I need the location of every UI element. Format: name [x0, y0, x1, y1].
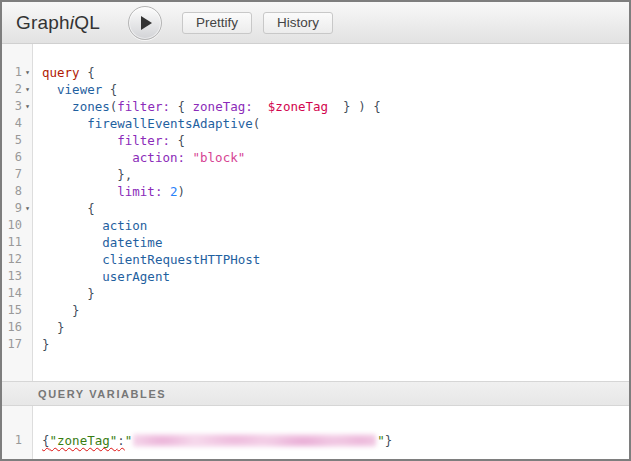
line-number: 13: [2, 268, 22, 285]
query-variables-title-bar[interactable]: Query Variables: [2, 381, 629, 406]
code-text: datetime: [33, 234, 162, 251]
token-ws: [170, 99, 178, 114]
fold-gutter-spacer: [22, 149, 33, 166]
fold-gutter-spacer: [22, 285, 33, 302]
line-number: 9: [2, 200, 22, 217]
token-ws: [185, 99, 193, 114]
code-line[interactable]: 8 limit: 2): [2, 183, 629, 200]
fold-arrow-icon[interactable]: ▾: [22, 200, 33, 217]
fold-gutter-spacer: [22, 251, 33, 268]
token-ws: [42, 303, 72, 318]
code-line[interactable]: 6 action: "block": [2, 149, 629, 166]
token-punct: {: [87, 201, 95, 216]
token-punct: }: [42, 337, 50, 352]
token-punct: {: [102, 82, 117, 97]
code-line[interactable]: 17}: [2, 336, 629, 353]
execute-query-button[interactable]: [128, 6, 162, 40]
code-line[interactable]: 9▾ {: [2, 200, 629, 217]
fold-arrow-icon[interactable]: ▾: [22, 64, 33, 81]
fold-arrow-icon[interactable]: ▾: [22, 98, 33, 115]
code-line[interactable]: 7 },: [2, 166, 629, 183]
code-text: {"zoneTag":""}: [33, 432, 392, 449]
history-button[interactable]: History: [263, 12, 333, 34]
token-property: clientRequestHTTPHost: [102, 252, 260, 267]
token-property: firewallEventsAdaptive: [87, 116, 253, 131]
token-keyword: query: [42, 65, 80, 80]
fold-gutter-spacer: [22, 183, 33, 200]
token-punct: }: [72, 303, 80, 318]
code-line[interactable]: 1▾query {: [2, 64, 629, 81]
play-icon: [141, 16, 152, 30]
fold-gutter-spacer: [22, 432, 33, 449]
token-attribute: filter:: [117, 99, 170, 114]
fold-gutter-spacer: [22, 132, 33, 149]
token-ws: [42, 116, 87, 131]
token-punct: ): [177, 184, 185, 199]
token-ws: [42, 82, 57, 97]
fold-arrow-icon[interactable]: ▾: [22, 81, 33, 98]
token-ws: [42, 286, 87, 301]
code-line[interactable]: 11 datetime: [2, 234, 629, 251]
query-editor[interactable]: 1▾query {2▾ viewer {3▾ zones(filter: { z…: [2, 44, 629, 381]
token-ws: [42, 133, 117, 148]
code-line[interactable]: 4 firewallEventsAdaptive(: [2, 115, 629, 132]
token-ws: [42, 235, 102, 250]
token-property: viewer: [57, 82, 102, 97]
line-number: 1: [2, 64, 22, 81]
token-property: zones: [72, 99, 110, 114]
line-number: 12: [2, 251, 22, 268]
code-line[interactable]: 14 }: [2, 285, 629, 302]
graphiql-logo: GraphiQL: [16, 12, 100, 34]
line-number: 11: [2, 234, 22, 251]
token-attribute: action:: [132, 150, 185, 165]
code-text: },: [33, 166, 132, 183]
code-line[interactable]: 16 }: [2, 319, 629, 336]
fold-gutter-spacer: [22, 336, 33, 353]
code-line[interactable]: 1{"zoneTag":""}: [2, 432, 629, 449]
token-ws: [42, 167, 117, 182]
token-property: datetime: [102, 235, 162, 250]
token-variable: $zoneTag: [268, 99, 328, 114]
token-ws: [42, 320, 57, 335]
token-property: action: [102, 218, 147, 233]
token-punct: (: [253, 116, 261, 131]
line-number: 2: [2, 81, 22, 98]
query-variables-editor[interactable]: 1{"zoneTag":""}: [2, 406, 629, 459]
line-number: 5: [2, 132, 22, 149]
code-line[interactable]: 5 filter: {: [2, 132, 629, 149]
code-text: }: [33, 336, 50, 353]
line-number: 15: [2, 302, 22, 319]
token-json-key: "zoneTag": [50, 433, 118, 448]
code-line[interactable]: 13 userAgent: [2, 268, 629, 285]
token-ws: [253, 99, 268, 114]
logo-text-prefix: Graph: [16, 12, 70, 33]
prettify-button[interactable]: Prettify: [182, 12, 252, 34]
code-text: limit: 2): [33, 183, 185, 200]
code-line[interactable]: 12 clientRequestHTTPHost: [2, 251, 629, 268]
token-ws: [42, 150, 132, 165]
code-text: filter: {: [33, 132, 185, 149]
token-string: "block": [193, 150, 246, 165]
fold-gutter-spacer: [22, 217, 33, 234]
line-number: 3: [2, 98, 22, 115]
code-text: clientRequestHTTPHost: [33, 251, 260, 268]
code-line[interactable]: 3▾ zones(filter: { zoneTag: $zoneTag } )…: [2, 98, 629, 115]
fold-gutter-spacer: [22, 234, 33, 251]
code-line[interactable]: 2▾ viewer {: [2, 81, 629, 98]
toolbar: GraphiQL Prettify History: [2, 2, 629, 44]
code-text: action: [33, 217, 147, 234]
line-number: 6: [2, 149, 22, 166]
token-ws: [42, 269, 102, 284]
code-text: userAgent: [33, 268, 170, 285]
token-punct: {: [170, 133, 185, 148]
fold-gutter-spacer: [22, 115, 33, 132]
fold-gutter-spacer: [22, 268, 33, 285]
token-punct: {: [80, 65, 95, 80]
token-ws: [42, 99, 72, 114]
code-line[interactable]: 15 }: [2, 302, 629, 319]
token-ws: [185, 150, 193, 165]
fold-gutter-spacer: [22, 166, 33, 183]
fold-gutter-spacer: [22, 319, 33, 336]
token-attribute: zoneTag:: [193, 99, 253, 114]
code-line[interactable]: 10 action: [2, 217, 629, 234]
